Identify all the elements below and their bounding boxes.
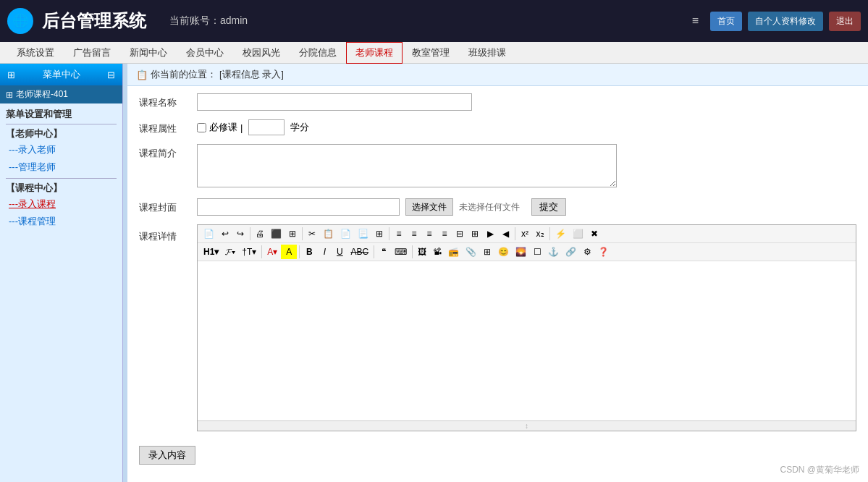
top-nav-item-系统设置[interactable]: 系统设置 — [7, 42, 64, 64]
logout-button[interactable]: 退出 — [829, 12, 861, 31]
top-nav-item-广告留言[interactable]: 广告留言 — [64, 42, 120, 64]
top-nav-item-班级排课[interactable]: 班级排课 — [459, 42, 515, 64]
choose-file-button[interactable]: 选择文件 — [405, 198, 453, 216]
top-nav-item-教室管理[interactable]: 教室管理 — [403, 42, 459, 64]
menu-lines-icon[interactable]: ≡ — [692, 14, 699, 28]
top-nav-item-新闻中心[interactable]: 新闻中心 — [120, 42, 177, 64]
toolbar-indent-btn[interactable]: ▶ — [483, 227, 497, 241]
top-nav-item-会员中心[interactable]: 会员中心 — [177, 42, 233, 64]
toolbar-table-btn[interactable]: ⊞ — [480, 245, 494, 259]
top-nav-item-老师课程[interactable]: 老师课程 — [346, 42, 403, 64]
toolbar-link-btn[interactable]: 🔗 — [562, 245, 579, 259]
bottom-row: 录入内容 — [139, 440, 856, 470]
toolbar-image-btn[interactable]: 🖼 — [415, 245, 429, 259]
top-nav-item-校园风光[interactable]: 校园风光 — [233, 42, 290, 64]
label-course-cover: 课程封面 — [139, 198, 197, 214]
toolbar-align-center-btn[interactable]: ≡ — [407, 227, 421, 241]
sidebar-item-manage-teacher[interactable]: ---管理老师 — [6, 159, 117, 175]
toolbar-outdent-btn[interactable]: ◀ — [498, 227, 513, 241]
record-content-button[interactable]: 录入内容 — [139, 446, 195, 465]
form-row-attr: 课程属性 必修课 | 学分 — [139, 119, 856, 135]
sidebar: ⊞ 菜单中心 ⊟ ⊞ 老师课程-401 菜单设置和管理 【老师中心】 ---录入… — [0, 64, 123, 482]
toolbar-ul-btn[interactable]: ⊞ — [468, 227, 482, 241]
toolbar-new-doc-btn[interactable]: 📄 — [201, 227, 217, 241]
toolbar-preview-btn[interactable]: ⬛ — [268, 227, 285, 241]
toolbar-print-btn[interactable]: 🖨 — [253, 227, 267, 241]
toolbar-align-justify-btn[interactable]: ≡ — [437, 227, 452, 241]
top-nav-item-分院信息[interactable]: 分院信息 — [290, 42, 346, 64]
toolbar-paste-text-btn[interactable]: 📃 — [355, 227, 371, 241]
content-area: 📋 你当前的位置： [课程信息 录入] 课程名称 课程属性 必修课 | — [127, 64, 868, 482]
toolbar-anchor-btn[interactable]: ⚓ — [545, 245, 562, 259]
breadcrumb-path: [课程信息 录入] — [219, 68, 284, 81]
toolbar-align-right-btn[interactable]: ≡ — [422, 227, 437, 241]
header-left: 🌐 后台管理系统 当前账号：admin — [7, 8, 248, 34]
toolbar-blockquote-btn[interactable]: ❝ — [376, 245, 391, 259]
toolbar-strike-btn[interactable]: ABC — [347, 245, 371, 259]
form-row-detail: 课程详情 📄 ↩ ↪ 🖨 ⬛ ⊞ ✂ — [139, 224, 856, 431]
sidebar-item-add-teacher[interactable]: ---录入老师 — [6, 142, 117, 158]
required-checkbox[interactable] — [197, 123, 206, 132]
toolbar-paste-word-btn[interactable]: ⊞ — [372, 227, 387, 241]
label-course-name: 课程名称 — [139, 93, 197, 109]
toolbar-align-left-btn[interactable]: ≡ — [392, 227, 406, 241]
toolbar-bold-btn[interactable]: B — [302, 245, 316, 259]
file-path-input[interactable] — [197, 198, 400, 216]
toolbar-code-btn[interactable]: ⌨ — [392, 245, 410, 259]
form-row-intro: 课程简介 — [139, 144, 856, 190]
toolbar-maximize-btn[interactable]: ✖ — [587, 227, 602, 241]
sidebar-item-manage-course[interactable]: ---课程管理 — [6, 213, 117, 229]
footer-watermark: CSDN @黄菊华老师 — [780, 464, 859, 476]
toolbar-emoji-btn[interactable]: 😊 — [495, 245, 512, 259]
sidebar-item-add-course[interactable]: ---录入课程 — [6, 196, 117, 212]
toolbar-media-btn[interactable]: 📻 — [445, 245, 462, 259]
toolbar-underline-btn[interactable]: U — [332, 245, 347, 259]
sidebar-header-label: 菜单中心 — [43, 68, 80, 81]
toolbar-flash-btn[interactable]: 📽 — [430, 245, 444, 259]
toolbar-undo-btn[interactable]: ↩ — [218, 227, 232, 241]
header: 🌐 后台管理系统 当前账号：admin ≡ 首页 自个人资料修改 退出 — [0, 0, 868, 42]
course-name-input[interactable] — [197, 93, 472, 111]
app-title: 后台管理系统 — [42, 9, 146, 33]
toolbar-copy-btn[interactable]: 📋 — [320, 227, 337, 241]
toolbar-hr-btn[interactable]: ☐ — [530, 245, 544, 259]
home-button[interactable]: 首页 — [710, 12, 742, 31]
credit-input[interactable] — [248, 119, 285, 135]
form-area: 课程名称 课程属性 必修课 | 学分 课程简介 — [127, 86, 868, 478]
toolbar-redo-btn[interactable]: ↪ — [233, 227, 248, 241]
file-row: 选择文件 未选择任何文件 提交 — [197, 198, 856, 216]
toolbar-ol-btn[interactable]: ⊟ — [452, 227, 467, 241]
toolbar-size-btn[interactable]: †T▾ — [239, 245, 259, 259]
toolbar-sep6 — [261, 245, 262, 258]
toolbar-sub-btn[interactable]: x₂ — [533, 227, 547, 241]
profile-button[interactable]: 自个人资料修改 — [748, 12, 823, 31]
control-course-cover: 选择文件 未选择任何文件 提交 — [197, 198, 856, 216]
toolbar-italic-btn[interactable]: I — [317, 245, 332, 259]
course-intro-textarea[interactable] — [197, 144, 617, 187]
label-course-intro: 课程简介 — [139, 144, 197, 160]
sidebar-collapse-icon[interactable]: ⊟ — [107, 69, 115, 80]
toolbar-img2-btn[interactable]: 🌄 — [513, 245, 529, 259]
toolbar-attach-btn[interactable]: 📎 — [463, 245, 479, 259]
breadcrumb: 📋 你当前的位置： [课程信息 录入] — [127, 64, 868, 86]
toolbar-help-btn[interactable]: ❓ — [595, 245, 612, 259]
toolbar-sup-btn[interactable]: x² — [518, 227, 532, 241]
toolbar-source-btn[interactable]: ⚡ — [552, 227, 569, 241]
toolbar-font-btn[interactable]: 𝓕▾ — [222, 245, 238, 259]
toolbar-fullscreen-btn[interactable]: ⬜ — [570, 227, 586, 241]
separator-bar: | — [240, 122, 243, 133]
toolbar-sep9 — [412, 245, 413, 258]
toolbar-template-btn[interactable]: ⊞ — [285, 227, 300, 241]
label-course-attr: 课程属性 — [139, 119, 197, 135]
toolbar-paste-btn[interactable]: 📄 — [337, 227, 354, 241]
toolbar-cut-btn[interactable]: ✂ — [305, 227, 319, 241]
toolbar-highlight-btn[interactable]: A — [281, 245, 297, 259]
toolbar-font-color-btn[interactable]: A▾ — [264, 245, 280, 259]
toolbar-h1-btn[interactable]: H1▾ — [201, 245, 222, 259]
toolbar-sep8 — [374, 245, 374, 258]
sidebar-module: ⊞ 老师课程-401 — [0, 85, 122, 103]
submit-button[interactable]: 提交 — [531, 198, 566, 216]
editor-hscrollbar[interactable]: ↕ — [198, 420, 856, 431]
toolbar-special-btn[interactable]: ⚙ — [580, 245, 594, 259]
editor-body[interactable] — [198, 261, 856, 420]
